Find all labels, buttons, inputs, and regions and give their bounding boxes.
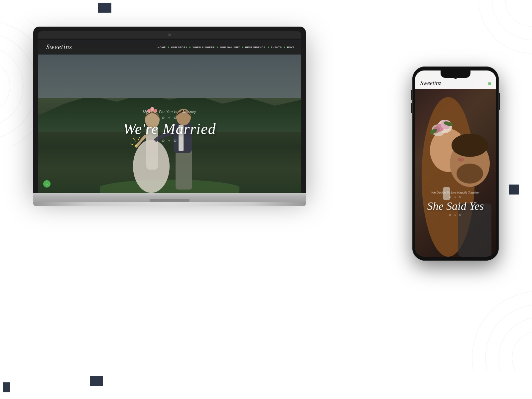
nav-rsvp[interactable]: RSVP: [287, 46, 295, 49]
svg-line-23: [130, 144, 133, 145]
decoration-square-1: [98, 3, 111, 13]
nav-our-story[interactable]: OUR STORY: [171, 46, 188, 49]
laptop-base: [33, 193, 306, 202]
phone-camera: [454, 76, 457, 79]
svg-point-6: [499, 318, 532, 371]
nav-dot-2: [189, 47, 191, 48]
phone-logo: Sweetinz: [420, 79, 488, 88]
phone-mockup: Sweetinz ≡ We Decide To Live Happily Tog…: [412, 66, 499, 261]
svg-point-12: [100, 180, 239, 193]
nav-links: HOME OUR STORY WHEN & WHERE OUR GALLERY …: [158, 46, 295, 49]
laptop-hero-text: My Love For You Is a Journey ✿ ❧ ✿ We're…: [123, 110, 216, 143]
svg-point-43: [457, 164, 483, 184]
laptop-foot: [33, 202, 306, 206]
svg-point-11: [479, 0, 532, 53]
svg-point-2: [0, 33, 37, 140]
svg-point-5: [512, 331, 532, 371]
svg-point-9: [505, 0, 532, 27]
nav-best-friends[interactable]: BEST FRIENDS: [245, 46, 266, 49]
music-icon: ♪: [46, 182, 48, 186]
laptop-floral-top: ✿ ❧ ✿: [123, 116, 216, 120]
laptop-hero-title: We're Married: [123, 121, 216, 137]
svg-point-42: [452, 134, 488, 157]
phone-hero-text: We Decide To Live Happily Together ✿ ❧ ✿…: [415, 191, 496, 217]
circles-bottom-right: [459, 265, 532, 372]
svg-point-10: [492, 0, 532, 40]
laptop-mockup: Sweetinz HOME OUR STORY WHEN & WHERE OUR…: [33, 27, 306, 206]
phone-website: Sweetinz ≡ We Decide To Live Happily Tog…: [415, 70, 496, 257]
decoration-square-2: [509, 185, 519, 195]
phone-vol-down-button: [411, 103, 412, 113]
phone-floral-bottom: ✿ ❧ ✿: [418, 213, 493, 217]
svg-point-45: [458, 158, 464, 162]
svg-point-1: [0, 47, 23, 126]
music-button[interactable]: ♪: [43, 180, 51, 188]
laptop-nav: Sweetinz HOME OUR STORY WHEN & WHERE OUR…: [38, 40, 301, 55]
svg-point-8: [472, 291, 532, 371]
decoration-square-4: [90, 376, 103, 386]
svg-text:Sweetinz: Sweetinz: [46, 43, 72, 51]
svg-point-7: [485, 305, 532, 371]
svg-text:Sweetinz: Sweetinz: [420, 80, 441, 86]
laptop-camera: [168, 34, 171, 36]
phone-screen: Sweetinz ≡ We Decide To Live Happily Tog…: [415, 70, 496, 257]
phone-notch: [441, 70, 470, 78]
circles-top-right: [466, 0, 532, 68]
nav-logo: Sweetinz: [45, 42, 74, 53]
laptop-hero-subtitle: My Love For You Is a Journey: [123, 110, 216, 114]
nav-events[interactable]: EVENTS: [271, 46, 282, 49]
nav-gallery[interactable]: OUR GALLERY: [220, 46, 240, 49]
phone-vol-up-button: [411, 90, 412, 100]
laptop-outer: Sweetinz HOME OUR STORY WHEN & WHERE OUR…: [33, 27, 306, 193]
laptop-top-bar: [38, 31, 301, 39]
phone-hero-subtitle: We Decide To Live Happily Together: [418, 191, 493, 194]
decoration-square-3: [3, 382, 10, 392]
laptop-website: Sweetinz HOME OUR STORY WHEN & WHERE OUR…: [38, 40, 301, 193]
hamburger-icon[interactable]: ≡: [488, 80, 491, 87]
nav-dot-4: [242, 47, 243, 48]
nav-when-where[interactable]: WHEN & WHERE: [193, 46, 214, 49]
phone-hero-title: She Said Yes: [418, 200, 493, 212]
laptop-screen: Sweetinz HOME OUR STORY WHEN & WHERE OUR…: [38, 40, 301, 193]
svg-point-0: [0, 60, 10, 113]
nav-dot-1: [168, 47, 169, 48]
nav-home[interactable]: HOME: [158, 46, 166, 49]
nav-dot-5: [268, 47, 269, 48]
phone-power-button: [499, 93, 500, 110]
phone-outer: Sweetinz ≡ We Decide To Live Happily Tog…: [412, 66, 499, 261]
nav-dot-3: [217, 47, 218, 48]
svg-point-20: [135, 145, 137, 147]
phone-couple-area: [415, 70, 496, 257]
phone-floral-top: ✿ ❧ ✿: [418, 196, 493, 199]
laptop-floral-bottom: ✿ ❧ ✿: [123, 139, 216, 143]
nav-dot-6: [284, 47, 285, 48]
